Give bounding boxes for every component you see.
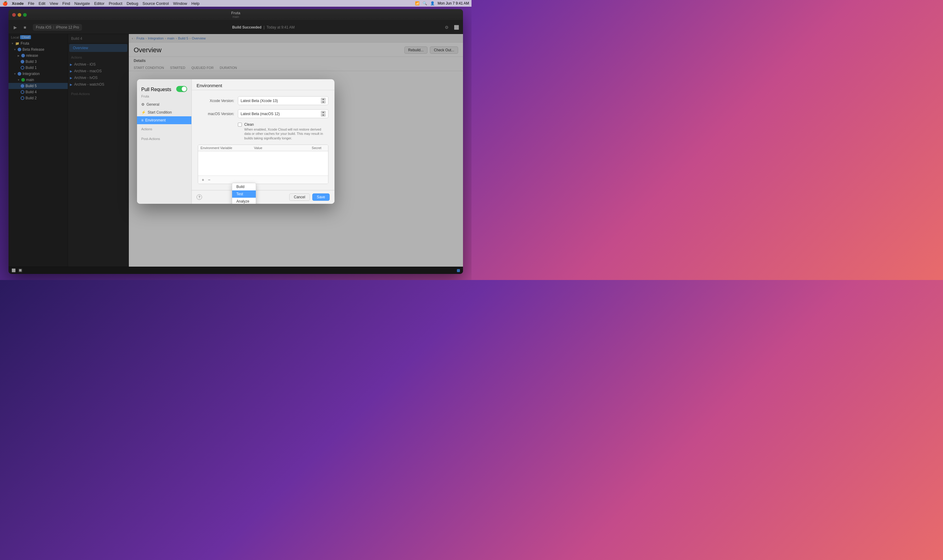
menu-view[interactable]: View (49, 1, 58, 6)
menu-source-control[interactable]: Source Control (142, 1, 169, 6)
save-button[interactable]: Save (312, 194, 330, 201)
env-col-value: Value (254, 146, 301, 150)
menubar: 🍎 Xcode File Edit View Find Navigate Edi… (0, 0, 471, 7)
datetime: Mon Jun 7 9:41 AM (438, 1, 469, 5)
xcode-version-value: Latest Beta (Xcode 13) (240, 99, 278, 103)
clean-label: Clean (244, 122, 328, 127)
stepper-down[interactable]: ▼ (321, 101, 326, 103)
apple-menu[interactable]: 🍎 (2, 1, 8, 6)
env-col-secret: Secret (307, 146, 326, 150)
action-dropdown: Build Test Analyze Archive (232, 183, 256, 204)
menu-navigate[interactable]: Navigate (74, 1, 90, 6)
fruta-subtitle: Fruta (137, 94, 191, 100)
macos-version-row: macOS Version: Latest Beta (macOS 12) ▲ … (198, 109, 328, 118)
cancel-button[interactable]: Cancel (289, 194, 310, 201)
general-icon: ⚙ (141, 102, 145, 106)
start-condition-icon: ⚡ (141, 110, 146, 114)
env-table-header: Environment Variable Value Secret (198, 145, 328, 151)
xcode-version-row: Xcode Version: Latest Beta (Xcode 13) ▲ … (198, 96, 328, 105)
xcode-window: Fruta main ▶ ■ Fruta iOS | iPhone 12 Pro… (9, 9, 463, 274)
clean-checkbox[interactable] (238, 123, 242, 127)
xcode-version-label: Xcode Version: (198, 99, 234, 103)
wifi-icon[interactable]: 📶 (415, 1, 419, 5)
menu-editor[interactable]: Editor (94, 1, 105, 6)
menu-file[interactable]: File (28, 1, 34, 6)
dialog-nav-start-condition[interactable]: ⚡ Start Condition (137, 108, 191, 116)
actions-section-label: Actions (137, 124, 191, 131)
clean-description: When enabled, Xcode Cloud will not resto… (244, 127, 328, 140)
pull-requests-toggle[interactable] (176, 86, 187, 92)
menubar-left: 🍎 Xcode File Edit View Find Navigate Edi… (2, 1, 200, 6)
dropdown-item-build[interactable]: Build (232, 183, 256, 191)
nav-label: Environment (145, 118, 166, 122)
dialog-content: Xcode Version: Latest Beta (Xcode 13) ▲ … (192, 90, 334, 190)
footer-buttons: Cancel Save (289, 194, 330, 201)
menu-help[interactable]: Help (191, 1, 200, 6)
main-content: Local Cloud ▼ 📁 Fruta ▼ Beta Release ▶ r… (9, 34, 463, 267)
env-table-footer: + − (198, 175, 328, 184)
menu-find[interactable]: Find (62, 1, 70, 6)
dialog-body: Environment Xcode Version: Latest Beta (… (192, 79, 334, 204)
xcode-version-stepper[interactable]: ▲ ▼ (321, 98, 326, 103)
editor-area: ‹ › Fruta › Integration › main › Build 5… (129, 34, 463, 267)
toggle-knob (182, 86, 186, 91)
add-env-button[interactable]: + (200, 178, 205, 182)
menu-window[interactable]: Window (173, 1, 187, 6)
help-button[interactable]: ? (197, 194, 202, 200)
dialog-nav-general[interactable]: ⚙ General (137, 100, 191, 108)
env-variables-table: Environment Variable Value Secret + − (198, 145, 328, 184)
search-icon[interactable]: 🔍 (422, 1, 427, 5)
stepper-up[interactable]: ▲ (321, 98, 326, 100)
dialog-nav-environment[interactable]: ≡ Environment (137, 116, 191, 124)
pull-requests-label: Pull Requests (141, 87, 171, 92)
nav-label: General (146, 102, 160, 106)
macos-version-label: macOS Version: (198, 112, 234, 116)
dialog-footer: ? Cancel Save (192, 190, 334, 204)
dialog-sidebar: Pull Requests Fruta ⚙ General (137, 79, 192, 204)
stepper-down[interactable]: ▼ (321, 114, 326, 117)
clean-info: Clean When enabled, Xcode Cloud will not… (244, 122, 328, 140)
env-table-body (198, 151, 328, 175)
environment-icon: ≡ (141, 118, 143, 122)
macos-version-value: Latest Beta (macOS 12) (240, 112, 280, 116)
post-actions-section-label: Post-Actions (137, 134, 191, 141)
menubar-right: 📶 🔍 👤 Mon Jun 7 9:41 AM (415, 1, 469, 5)
environment-dialog: Pull Requests Fruta ⚙ General (137, 79, 334, 204)
env-col-variable: Environment Variable (200, 146, 248, 150)
dropdown-item-analyze[interactable]: Analyze (232, 198, 256, 204)
menu-debug[interactable]: Debug (127, 1, 138, 6)
remove-env-button[interactable]: − (206, 178, 211, 182)
clean-row: Clean When enabled, Xcode Cloud will not… (238, 122, 328, 140)
dropdown-item-test[interactable]: Test (232, 191, 256, 198)
dialog-title: Environment (192, 79, 334, 90)
stepper-up[interactable]: ▲ (321, 111, 326, 114)
macos-version-select[interactable]: Latest Beta (macOS 12) ▲ ▼ (238, 109, 328, 118)
pull-requests-header: Pull Requests (137, 83, 191, 94)
menu-xcode[interactable]: Xcode (12, 1, 24, 6)
macos-version-stepper[interactable]: ▲ ▼ (321, 111, 326, 117)
dialog-layout: Pull Requests Fruta ⚙ General (137, 79, 334, 204)
dialog-overlay: Pull Requests Fruta ⚙ General (9, 34, 463, 267)
xcode-version-select[interactable]: Latest Beta (Xcode 13) ▲ ▼ (238, 96, 328, 105)
menu-edit[interactable]: Edit (39, 1, 45, 6)
user-icon[interactable]: 👤 (430, 1, 435, 5)
menu-product[interactable]: Product (109, 1, 122, 6)
nav-label: Start Condition (148, 110, 172, 114)
